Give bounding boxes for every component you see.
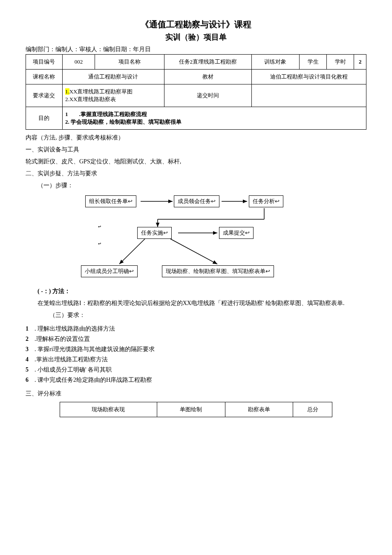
purpose-1: 1 .掌握直理线路工程勘察流程	[65, 111, 147, 117]
doc-title: 《通值工程勘察与设计》课程	[26, 19, 366, 30]
requirements-list: 1. 理解出埋线路路由的选择方法 2.理解标石的设置位置 3. 掌握ri理光缆跳…	[26, 325, 366, 384]
cell-hours: 2	[354, 55, 366, 70]
req-item-6: 6. 课中完成任务2给定路由的H庠战路工程勘察	[26, 376, 366, 384]
flow-box-1: 组长领取任务单↩	[85, 195, 136, 207]
flow-box-4: 任务实施↩	[137, 227, 172, 239]
cell-train-obj: 学生	[299, 55, 326, 70]
flow-box-2: 成员领会任务↩	[174, 195, 219, 207]
method-body: 在笼蝗出埋线路I：程勘察的相关理论知识后根据给定的XX电埋线路「程进行现场勘察'…	[37, 299, 366, 307]
flow-box-6: 小组成员分工明确↩	[81, 265, 138, 277]
flow-box-7: 现场勘察、绘制勘察草图、填写勘察表单↩	[162, 265, 274, 277]
score-col-3: 勘察表单	[225, 402, 293, 417]
cell-train-obj-label: 训练对象	[251, 55, 299, 70]
cell-proj-name-label: 项目名称	[95, 55, 164, 70]
submit-item-2: 2.XX直埋线路勘察表	[65, 96, 116, 102]
cell-submit-label: 要求递交	[26, 84, 63, 107]
req-item-2: 2.理解标石的设置位置	[26, 335, 366, 343]
score-col-4: 总分	[293, 402, 332, 417]
purpose-2: 2. 学会现场勘察，绘制勘察草图、填写勘察很单	[65, 119, 182, 125]
cell-purpose-body: 1 .掌握直理线路工程勘察流程 2. 学会现场勘察，绘制勘察草图、填写勘察很单	[62, 107, 366, 130]
cell-submit-time	[251, 84, 366, 107]
req-label: （三）要求：	[49, 311, 366, 319]
method-label: ( -：) 方法：	[37, 288, 366, 295]
return-mark-2: ↩	[98, 241, 101, 247]
score-col-2: 单图绘制	[157, 402, 225, 417]
flow-box-3: 任务分析↩	[249, 195, 283, 207]
cell-hours-label: 学时	[327, 55, 354, 70]
cell-purpose-label: 目的	[26, 107, 63, 130]
score-col-1: 现场勘察表现	[60, 402, 157, 417]
cell-textbook-label: 教材	[164, 70, 251, 84]
submit-item-1: XX直埋线路工程勘察草图	[69, 88, 133, 95]
svg-line-7	[170, 239, 217, 264]
info-table: 项目编号 002 项目名称 任务2直埋线路工程勘察 训练对象 学生 学时 2 课…	[26, 54, 366, 130]
flow-box-5: 成果提交↩	[219, 227, 254, 239]
submit-item-1-prefix: 1.	[65, 88, 69, 95]
section-3-title: 三、评分标准	[26, 390, 366, 398]
flowchart: 组长领取任务单↩ 成员领会任务↩ 任务分析↩ ↩ 任务实施↩ 成果提交↩ ↩ 小…	[26, 194, 366, 283]
cell-course-label: 课程名称	[26, 70, 63, 84]
req-item-5: 5. 小组成员分工明确' 各司其职	[26, 366, 366, 374]
content-label: 内容（方法, 步骤、要求或考核标准）	[26, 134, 366, 142]
req-item-1: 1. 理解出埋线路路由的选择方法	[26, 325, 366, 333]
meta-line: 编制部门：编制人：审核人：编制日期：年月日	[26, 46, 366, 53]
cell-proj-no-label: 项目编号	[26, 55, 63, 70]
req-item-4: 4.掌旌出埋线路工程勘察方法	[26, 356, 366, 363]
steps-label: （一）步骤：	[37, 182, 366, 189]
return-mark-1: ↩	[98, 224, 101, 230]
req-item-3: 3. 掌握ri理光缆跳路与其他建筑设施的隔距要求	[26, 346, 366, 353]
cell-textbook: 迪伯工程勘察与设计项目化教程	[251, 70, 366, 84]
cell-proj-name: 任务2直埋线路工程勘察	[164, 55, 251, 70]
section-2-title: 二、实训步疑、方法与要求	[26, 170, 366, 177]
cell-submit-time-label: 递交时间	[164, 84, 251, 107]
svg-line-6	[119, 239, 145, 264]
section-1-body: 轮式测距仪、皮尺、GPS定位仪、地阳测试仪、大旗、标杆,	[26, 158, 366, 166]
cell-proj-no: 002	[62, 55, 95, 70]
cell-submit-body: 1.XX直埋线路工程勘察草图 2.XX直埋线路勘察表	[62, 84, 164, 107]
score-table: 现场勘察表现 单图绘制 勘察表单 总分	[60, 402, 332, 417]
section-1-title: 一、实训设备与工具	[26, 146, 366, 154]
cell-course: 通信工程勘察与设计	[62, 70, 164, 84]
doc-subtitle: 实训（验）项目单	[26, 32, 366, 42]
